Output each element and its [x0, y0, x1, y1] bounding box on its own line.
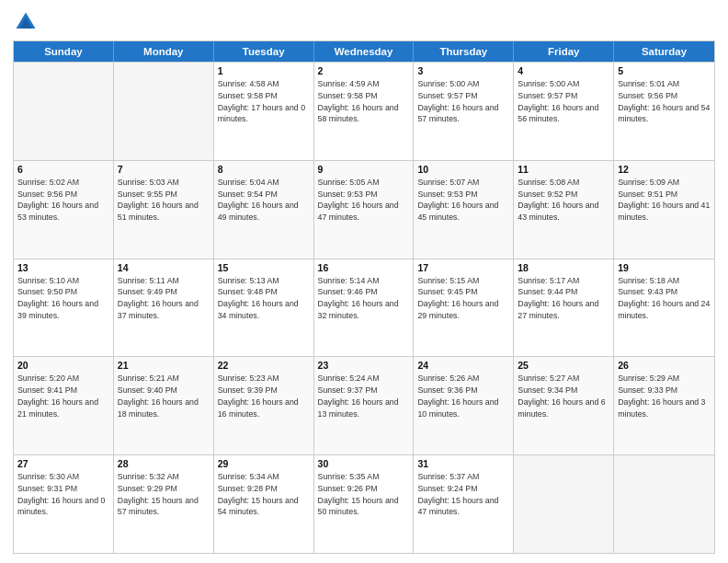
day-cell-15: 15Sunrise: 5:13 AM Sunset: 9:48 PM Dayli…	[214, 259, 314, 357]
day-info: Sunrise: 5:10 AM Sunset: 9:50 PM Dayligh…	[17, 275, 109, 322]
day-info: Sunrise: 5:15 AM Sunset: 9:45 PM Dayligh…	[417, 275, 509, 322]
day-cell-6: 6Sunrise: 5:02 AM Sunset: 9:56 PM Daylig…	[14, 161, 114, 259]
empty-cell	[514, 455, 614, 553]
day-number: 31	[417, 458, 509, 469]
day-info: Sunrise: 5:27 AM Sunset: 9:34 PM Dayligh…	[518, 373, 609, 419]
day-cell-12: 12Sunrise: 5:09 AM Sunset: 9:51 PM Dayli…	[614, 161, 714, 259]
day-number: 2	[318, 65, 410, 76]
day-info: Sunrise: 5:13 AM Sunset: 9:48 PM Dayligh…	[218, 275, 310, 322]
day-number: 26	[618, 360, 711, 371]
day-info: Sunrise: 5:17 AM Sunset: 9:44 PM Dayligh…	[518, 275, 609, 322]
day-cell-11: 11Sunrise: 5:08 AM Sunset: 9:52 PM Dayli…	[514, 161, 614, 259]
day-number: 28	[118, 458, 210, 469]
day-info: Sunrise: 4:59 AM Sunset: 9:58 PM Dayligh…	[318, 78, 410, 125]
day-cell-27: 27Sunrise: 5:30 AM Sunset: 9:31 PM Dayli…	[14, 455, 114, 553]
empty-cell	[114, 63, 214, 160]
day-info: Sunrise: 5:20 AM Sunset: 9:41 PM Dayligh…	[17, 373, 109, 419]
day-number: 13	[17, 262, 109, 273]
calendar-row-5: 27Sunrise: 5:30 AM Sunset: 9:31 PM Dayli…	[14, 454, 714, 553]
day-info: Sunrise: 5:00 AM Sunset: 9:57 PM Dayligh…	[417, 78, 509, 125]
day-info: Sunrise: 4:58 AM Sunset: 9:58 PM Dayligh…	[218, 78, 310, 125]
day-cell-9: 9Sunrise: 5:05 AM Sunset: 9:53 PM Daylig…	[314, 161, 415, 259]
day-cell-29: 29Sunrise: 5:34 AM Sunset: 9:28 PM Dayli…	[214, 455, 314, 553]
day-cell-26: 26Sunrise: 5:29 AM Sunset: 9:33 PM Dayli…	[614, 357, 714, 454]
day-cell-17: 17Sunrise: 5:15 AM Sunset: 9:45 PM Dayli…	[414, 259, 514, 357]
day-info: Sunrise: 5:35 AM Sunset: 9:26 PM Dayligh…	[318, 471, 410, 518]
day-cell-19: 19Sunrise: 5:18 AM Sunset: 9:43 PM Dayli…	[614, 259, 714, 357]
day-info: Sunrise: 5:18 AM Sunset: 9:43 PM Dayligh…	[618, 275, 711, 322]
day-cell-1: 1Sunrise: 4:58 AM Sunset: 9:58 PM Daylig…	[214, 63, 314, 160]
calendar-body: 1Sunrise: 4:58 AM Sunset: 9:58 PM Daylig…	[14, 62, 714, 553]
calendar-row-4: 20Sunrise: 5:20 AM Sunset: 9:41 PM Dayli…	[14, 356, 714, 454]
day-info: Sunrise: 5:29 AM Sunset: 9:33 PM Dayligh…	[618, 373, 711, 419]
calendar-row-2: 6Sunrise: 5:02 AM Sunset: 9:56 PM Daylig…	[14, 160, 714, 259]
day-info: Sunrise: 5:00 AM Sunset: 9:57 PM Dayligh…	[518, 78, 609, 125]
header-day-friday: Friday	[514, 41, 614, 62]
day-cell-10: 10Sunrise: 5:07 AM Sunset: 9:53 PM Dayli…	[414, 161, 514, 259]
day-number: 25	[518, 360, 609, 371]
day-cell-31: 31Sunrise: 5:37 AM Sunset: 9:24 PM Dayli…	[414, 455, 514, 553]
day-number: 23	[318, 360, 410, 371]
day-number: 7	[118, 164, 210, 175]
day-info: Sunrise: 5:26 AM Sunset: 9:36 PM Dayligh…	[417, 373, 509, 419]
day-number: 4	[518, 65, 609, 76]
day-info: Sunrise: 5:37 AM Sunset: 9:24 PM Dayligh…	[417, 471, 509, 518]
day-cell-23: 23Sunrise: 5:24 AM Sunset: 9:37 PM Dayli…	[314, 357, 415, 454]
day-number: 30	[318, 458, 410, 469]
day-info: Sunrise: 5:04 AM Sunset: 9:54 PM Dayligh…	[218, 177, 310, 224]
day-cell-22: 22Sunrise: 5:23 AM Sunset: 9:39 PM Dayli…	[214, 357, 314, 454]
day-number: 11	[518, 164, 609, 175]
day-cell-14: 14Sunrise: 5:11 AM Sunset: 9:49 PM Dayli…	[114, 259, 214, 357]
day-info: Sunrise: 5:32 AM Sunset: 9:29 PM Dayligh…	[118, 471, 210, 518]
day-info: Sunrise: 5:08 AM Sunset: 9:52 PM Dayligh…	[518, 177, 609, 224]
day-cell-2: 2Sunrise: 4:59 AM Sunset: 9:58 PM Daylig…	[314, 63, 415, 160]
day-cell-3: 3Sunrise: 5:00 AM Sunset: 9:57 PM Daylig…	[414, 63, 514, 160]
day-cell-13: 13Sunrise: 5:10 AM Sunset: 9:50 PM Dayli…	[14, 259, 114, 357]
day-number: 15	[218, 262, 310, 273]
empty-cell	[14, 63, 114, 160]
header-day-thursday: Thursday	[414, 41, 514, 62]
day-number: 19	[618, 262, 711, 273]
day-cell-24: 24Sunrise: 5:26 AM Sunset: 9:36 PM Dayli…	[414, 357, 514, 454]
day-number: 22	[218, 360, 310, 371]
day-number: 5	[618, 65, 711, 76]
header-day-sunday: Sunday	[14, 41, 114, 62]
day-number: 20	[17, 360, 109, 371]
day-cell-25: 25Sunrise: 5:27 AM Sunset: 9:34 PM Dayli…	[514, 357, 614, 454]
calendar-row-3: 13Sunrise: 5:10 AM Sunset: 9:50 PM Dayli…	[14, 259, 714, 357]
day-cell-5: 5Sunrise: 5:01 AM Sunset: 9:56 PM Daylig…	[614, 63, 714, 160]
day-info: Sunrise: 5:14 AM Sunset: 9:46 PM Dayligh…	[318, 275, 410, 322]
day-info: Sunrise: 5:07 AM Sunset: 9:53 PM Dayligh…	[417, 177, 509, 224]
empty-cell	[614, 455, 714, 553]
day-info: Sunrise: 5:24 AM Sunset: 9:37 PM Dayligh…	[318, 373, 410, 419]
day-cell-16: 16Sunrise: 5:14 AM Sunset: 9:46 PM Dayli…	[314, 259, 415, 357]
day-info: Sunrise: 5:30 AM Sunset: 9:31 PM Dayligh…	[17, 471, 109, 518]
day-number: 27	[17, 458, 109, 469]
logo-icon	[13, 9, 39, 35]
day-info: Sunrise: 5:11 AM Sunset: 9:49 PM Dayligh…	[118, 275, 210, 322]
day-number: 24	[417, 360, 509, 371]
day-number: 29	[218, 458, 310, 469]
logo	[13, 9, 42, 35]
day-info: Sunrise: 5:21 AM Sunset: 9:40 PM Dayligh…	[118, 373, 210, 419]
day-number: 8	[218, 164, 310, 175]
calendar-header: SundayMondayTuesdayWednesdayThursdayFrid…	[14, 41, 714, 62]
day-number: 1	[218, 65, 310, 76]
day-cell-30: 30Sunrise: 5:35 AM Sunset: 9:26 PM Dayli…	[314, 455, 415, 553]
calendar: SundayMondayTuesdayWednesdayThursdayFrid…	[13, 40, 715, 554]
header-day-saturday: Saturday	[614, 41, 714, 62]
day-number: 16	[318, 262, 410, 273]
day-cell-28: 28Sunrise: 5:32 AM Sunset: 9:29 PM Dayli…	[114, 455, 214, 553]
day-cell-20: 20Sunrise: 5:20 AM Sunset: 9:41 PM Dayli…	[14, 357, 114, 454]
day-info: Sunrise: 5:01 AM Sunset: 9:56 PM Dayligh…	[618, 78, 711, 125]
day-cell-4: 4Sunrise: 5:00 AM Sunset: 9:57 PM Daylig…	[514, 63, 614, 160]
day-number: 10	[417, 164, 509, 175]
day-number: 6	[17, 164, 109, 175]
day-number: 9	[318, 164, 410, 175]
day-info: Sunrise: 5:03 AM Sunset: 9:55 PM Dayligh…	[118, 177, 210, 224]
day-number: 18	[518, 262, 609, 273]
day-number: 3	[417, 65, 509, 76]
header-day-wednesday: Wednesday	[314, 41, 415, 62]
day-info: Sunrise: 5:23 AM Sunset: 9:39 PM Dayligh…	[218, 373, 310, 419]
day-cell-18: 18Sunrise: 5:17 AM Sunset: 9:44 PM Dayli…	[514, 259, 614, 357]
